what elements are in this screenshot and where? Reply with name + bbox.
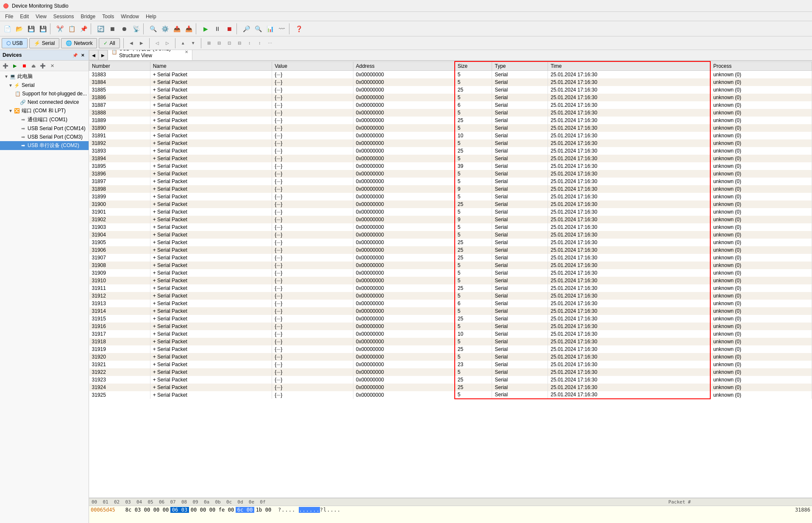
table-row[interactable]: 31891+ Serial Packet{···}0x0000000010Ser… xyxy=(89,132,812,139)
table-row[interactable]: 31898+ Serial Packet{···}0x000000009Seri… xyxy=(89,185,812,193)
toolbar-refresh[interactable]: 🔄 xyxy=(95,23,106,34)
table-row[interactable]: 31901+ Serial Packet{···}0x000000005Seri… xyxy=(89,208,812,216)
toolbar-filter[interactable]: 🔍 xyxy=(147,23,159,34)
col-header-address[interactable]: Address xyxy=(353,61,455,71)
table-row[interactable]: 31897+ Serial Packet{···}0x000000005Seri… xyxy=(89,178,812,185)
sidebar-remove-btn[interactable]: ✕ xyxy=(48,62,56,70)
toolbar-help[interactable]: ❓ xyxy=(293,23,304,34)
tree-item-com2[interactable]: ➡ USB 串行设备 (COM2) xyxy=(0,141,89,150)
table-row[interactable]: 31896+ Serial Packet{···}0x000000005Seri… xyxy=(89,170,812,178)
tree-expand-computer[interactable]: ▼ xyxy=(3,74,9,80)
toolbar-stop2[interactable]: ⏹ xyxy=(224,23,235,34)
table-row[interactable]: 31922+ Serial Packet{···}0x000000005Seri… xyxy=(89,368,812,376)
toolbar-saveas[interactable]: 💾 xyxy=(37,23,48,34)
table-row[interactable]: 31912+ Serial Packet{···}0x000000005Seri… xyxy=(89,292,812,300)
menu-file[interactable]: File xyxy=(2,13,17,20)
table-row[interactable]: 31886+ Serial Packet{···}0x000000005Seri… xyxy=(89,94,812,101)
nav-back[interactable]: ◀ xyxy=(127,39,136,47)
col-header-process[interactable]: Process xyxy=(710,61,812,71)
device-tab-usb[interactable]: ⬡ USB xyxy=(2,38,28,48)
nav-zoom[interactable]: ⊟ xyxy=(235,39,244,47)
menu-help[interactable]: Help xyxy=(142,13,160,20)
nav-fit[interactable]: ⊡ xyxy=(225,39,234,47)
col-header-time[interactable]: Time xyxy=(548,61,710,71)
nav-next[interactable]: ▷ xyxy=(163,39,172,47)
table-row[interactable]: 31913+ Serial Packet{···}0x000000006Seri… xyxy=(89,300,812,307)
nav-down[interactable]: ▼ xyxy=(189,39,197,47)
tree-item-hotplug[interactable]: 📋 Support for hot-plugged de... xyxy=(0,89,89,98)
tab-structure-view[interactable]: 📋 USB 串行设备 (COM2) - Structure View ✕ xyxy=(108,50,192,60)
tab-close-btn[interactable]: ✕ xyxy=(184,50,189,55)
table-row[interactable]: 31900+ Serial Packet{···}0x0000000025Ser… xyxy=(89,200,812,208)
toolbar-chart[interactable]: 📊 xyxy=(264,23,275,34)
device-tab-network[interactable]: 🌐 Network xyxy=(61,38,97,48)
toolbar-play[interactable]: ▶ xyxy=(200,23,211,34)
data-table-container[interactable]: Number Name Value Address Size Type Time… xyxy=(89,61,812,498)
nav-expand[interactable]: ⊞ xyxy=(205,39,213,47)
table-row[interactable]: 31884+ Serial Packet{···}0x000000005Seri… xyxy=(89,78,812,86)
col-header-type[interactable]: Type xyxy=(492,61,548,71)
table-row[interactable]: 31904+ Serial Packet{···}0x000000005Seri… xyxy=(89,231,812,239)
toolbar-import[interactable]: 📥 xyxy=(183,23,194,34)
toolbar-rec2[interactable]: 📡 xyxy=(131,23,142,34)
table-row[interactable]: 31890+ Serial Packet{···}0x000000005Seri… xyxy=(89,124,812,132)
table-row[interactable]: 31909+ Serial Packet{···}0x000000005Seri… xyxy=(89,269,812,277)
table-row[interactable]: 31892+ Serial Packet{···}0x000000005Seri… xyxy=(89,139,812,147)
col-header-name[interactable]: Name xyxy=(150,61,272,71)
sidebar-add-btn[interactable]: ➕ xyxy=(2,62,9,70)
col-header-value[interactable]: Value xyxy=(272,61,353,71)
window-close-dot[interactable] xyxy=(3,3,8,8)
table-row[interactable]: 31925+ Serial Packet{···}0x000000005Seri… xyxy=(89,391,812,399)
menu-sessions[interactable]: Sessions xyxy=(50,13,78,20)
sidebar-disconnect-btn[interactable]: ⏏ xyxy=(30,62,37,70)
table-row[interactable]: 31910+ Serial Packet{···}0x000000005Seri… xyxy=(89,277,812,284)
tree-expand-serial[interactable]: ▼ xyxy=(8,82,14,88)
nav-collapse[interactable]: ⊟ xyxy=(215,39,223,47)
sidebar-play-btn[interactable]: ▶ xyxy=(11,62,19,70)
table-row[interactable]: 31923+ Serial Packet{···}0x0000000025Ser… xyxy=(89,376,812,384)
tree-expand-ports[interactable]: ▼ xyxy=(8,108,14,114)
toolbar-pause[interactable]: ⏸ xyxy=(212,23,223,34)
toolbar-copy[interactable]: 📋 xyxy=(66,23,77,34)
table-row[interactable]: 31914+ Serial Packet{···}0x000000005Seri… xyxy=(89,307,812,315)
toolbar-cut[interactable]: ✂️ xyxy=(54,23,65,34)
nav-zag[interactable]: ↕ xyxy=(256,39,264,47)
table-row[interactable]: 31888+ Serial Packet{···}0x000000005Seri… xyxy=(89,109,812,117)
sidebar-stop-btn[interactable]: ⏹ xyxy=(20,62,28,70)
tree-item-serial[interactable]: ▼ ⚡ Serial xyxy=(0,81,89,89)
device-tab-all[interactable]: ✓ All xyxy=(99,38,120,48)
sidebar-add-device-btn[interactable]: ➕ xyxy=(39,62,47,70)
table-row[interactable]: 31911+ Serial Packet{···}0x0000000025Ser… xyxy=(89,284,812,292)
tree-item-com14[interactable]: ➡ USB Serial Port (COM14) xyxy=(0,124,89,133)
table-row[interactable]: 31908+ Serial Packet{···}0x000000005Seri… xyxy=(89,262,812,269)
table-row[interactable]: 31920+ Serial Packet{···}0x000000005Seri… xyxy=(89,353,812,361)
table-row[interactable]: 31899+ Serial Packet{···}0x000000005Seri… xyxy=(89,193,812,200)
menu-view[interactable]: View xyxy=(32,13,50,20)
table-row[interactable]: 31919+ Serial Packet{···}0x0000000025Ser… xyxy=(89,345,812,353)
tree-item-com1[interactable]: ➡ 通信端口 (COM1) xyxy=(0,115,89,124)
menu-tools[interactable]: Tools xyxy=(99,13,117,20)
device-tab-serial[interactable]: ⚡ Serial xyxy=(29,38,60,48)
toolbar-settings[interactable]: ⚙️ xyxy=(159,23,170,34)
menu-edit[interactable]: Edit xyxy=(17,13,32,20)
sidebar-close-btn[interactable]: ✕ xyxy=(79,52,86,58)
tree-item-ports[interactable]: ▼ 🔀 端口 (COM 和 LPT) xyxy=(0,106,89,115)
table-row[interactable]: 31894+ Serial Packet{···}0x000000005Seri… xyxy=(89,155,812,162)
table-row[interactable]: 31915+ Serial Packet{···}0x0000000025Ser… xyxy=(89,315,812,323)
table-row[interactable]: 31924+ Serial Packet{···}0x0000000025Ser… xyxy=(89,384,812,391)
toolbar-save[interactable]: 💾 xyxy=(25,23,36,34)
table-row[interactable]: 31906+ Serial Packet{···}0x0000000025Ser… xyxy=(89,246,812,254)
nav-extra[interactable]: ⋯ xyxy=(266,39,274,47)
nav-zig[interactable]: ↕ xyxy=(245,39,254,47)
table-row[interactable]: 31905+ Serial Packet{···}0x0000000025Ser… xyxy=(89,239,812,246)
table-row[interactable]: 31916+ Serial Packet{···}0x000000005Seri… xyxy=(89,323,812,330)
menu-bridge[interactable]: Bridge xyxy=(78,13,99,20)
table-row[interactable]: 31889+ Serial Packet{···}0x0000000025Ser… xyxy=(89,117,812,124)
table-row[interactable]: 31883+ Serial Packet{···}0x000000005Seri… xyxy=(89,71,812,78)
table-row[interactable]: 31917+ Serial Packet{···}0x0000000010Ser… xyxy=(89,330,812,338)
toolbar-wave[interactable]: 〰 xyxy=(276,23,287,34)
table-row[interactable]: 31918+ Serial Packet{···}0x000000005Seri… xyxy=(89,338,812,345)
toolbar-zoom-in[interactable]: 🔎 xyxy=(241,23,252,34)
toolbar-zoom-out[interactable]: 🔍 xyxy=(253,23,264,34)
tab-nav-back[interactable]: ◀ xyxy=(89,50,98,60)
